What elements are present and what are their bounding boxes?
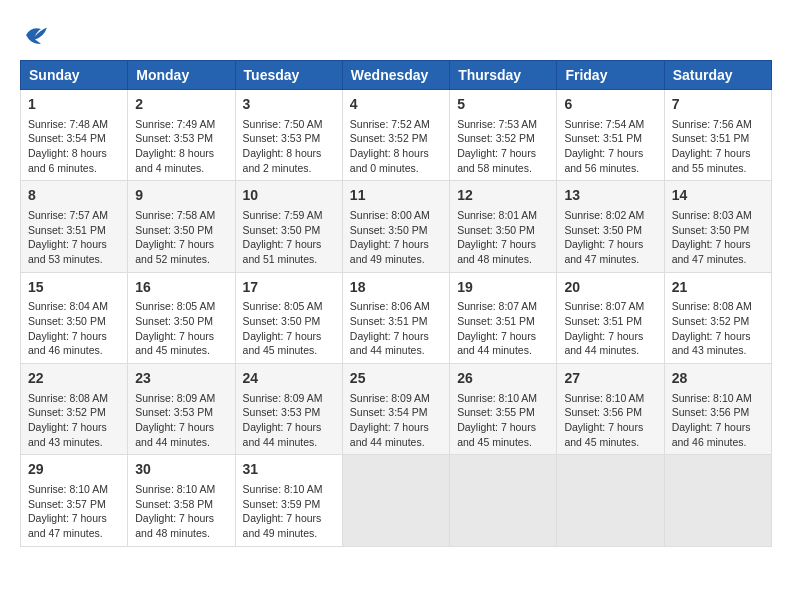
sunrise-text: Sunrise: 8:10 AM [243,483,323,495]
calendar-cell: 14 Sunrise: 8:03 AM Sunset: 3:50 PM Dayl… [664,181,771,272]
sunrise-text: Sunrise: 8:09 AM [135,392,215,404]
calendar-cell: 13 Sunrise: 8:02 AM Sunset: 3:50 PM Dayl… [557,181,664,272]
day-number: 19 [457,278,549,298]
sunrise-text: Sunrise: 8:06 AM [350,300,430,312]
daylight-text: Daylight: 8 hours and 0 minutes. [350,147,429,174]
calendar-cell: 5 Sunrise: 7:53 AM Sunset: 3:52 PM Dayli… [450,90,557,181]
calendar-cell: 24 Sunrise: 8:09 AM Sunset: 3:53 PM Dayl… [235,364,342,455]
daylight-text: Daylight: 7 hours and 48 minutes. [457,238,536,265]
day-number: 14 [672,186,764,206]
calendar-cell: 31 Sunrise: 8:10 AM Sunset: 3:59 PM Dayl… [235,455,342,546]
page-header [20,20,772,50]
daylight-text: Daylight: 7 hours and 44 minutes. [243,421,322,448]
sunrise-text: Sunrise: 8:10 AM [28,483,108,495]
daylight-text: Daylight: 7 hours and 58 minutes. [457,147,536,174]
calendar-cell [557,455,664,546]
sunset-text: Sunset: 3:52 PM [28,406,106,418]
sunset-text: Sunset: 3:56 PM [564,406,642,418]
calendar-cell: 23 Sunrise: 8:09 AM Sunset: 3:53 PM Dayl… [128,364,235,455]
sunset-text: Sunset: 3:59 PM [243,498,321,510]
calendar-cell: 22 Sunrise: 8:08 AM Sunset: 3:52 PM Dayl… [21,364,128,455]
calendar-cell: 17 Sunrise: 8:05 AM Sunset: 3:50 PM Dayl… [235,272,342,363]
day-number: 13 [564,186,656,206]
calendar-cell: 28 Sunrise: 8:10 AM Sunset: 3:56 PM Dayl… [664,364,771,455]
sunset-text: Sunset: 3:51 PM [457,315,535,327]
sunrise-text: Sunrise: 8:01 AM [457,209,537,221]
calendar-cell: 10 Sunrise: 7:59 AM Sunset: 3:50 PM Dayl… [235,181,342,272]
day-number: 27 [564,369,656,389]
day-number: 9 [135,186,227,206]
calendar-cell: 9 Sunrise: 7:58 AM Sunset: 3:50 PM Dayli… [128,181,235,272]
sunrise-text: Sunrise: 8:07 AM [457,300,537,312]
calendar-cell [342,455,449,546]
day-number: 15 [28,278,120,298]
daylight-text: Daylight: 7 hours and 45 minutes. [564,421,643,448]
daylight-text: Daylight: 7 hours and 56 minutes. [564,147,643,174]
day-number: 28 [672,369,764,389]
daylight-text: Daylight: 7 hours and 47 minutes. [672,238,751,265]
day-number: 5 [457,95,549,115]
day-number: 6 [564,95,656,115]
sunset-text: Sunset: 3:53 PM [243,132,321,144]
calendar-header-row: SundayMondayTuesdayWednesdayThursdayFrid… [21,61,772,90]
column-header-friday: Friday [557,61,664,90]
daylight-text: Daylight: 7 hours and 47 minutes. [564,238,643,265]
daylight-text: Daylight: 7 hours and 46 minutes. [672,421,751,448]
sunset-text: Sunset: 3:51 PM [564,315,642,327]
sunset-text: Sunset: 3:50 PM [28,315,106,327]
daylight-text: Daylight: 7 hours and 49 minutes. [350,238,429,265]
daylight-text: Daylight: 7 hours and 53 minutes. [28,238,107,265]
column-header-tuesday: Tuesday [235,61,342,90]
day-number: 16 [135,278,227,298]
sunrise-text: Sunrise: 7:56 AM [672,118,752,130]
sunset-text: Sunset: 3:58 PM [135,498,213,510]
sunrise-text: Sunrise: 7:54 AM [564,118,644,130]
sunrise-text: Sunrise: 8:09 AM [243,392,323,404]
sunset-text: Sunset: 3:50 PM [672,224,750,236]
day-number: 21 [672,278,764,298]
calendar-cell [664,455,771,546]
daylight-text: Daylight: 7 hours and 48 minutes. [135,512,214,539]
sunrise-text: Sunrise: 8:10 AM [135,483,215,495]
column-header-wednesday: Wednesday [342,61,449,90]
day-number: 29 [28,460,120,480]
sunrise-text: Sunrise: 8:10 AM [564,392,644,404]
sunset-text: Sunset: 3:51 PM [672,132,750,144]
sunrise-text: Sunrise: 8:10 AM [672,392,752,404]
calendar-cell [450,455,557,546]
column-header-monday: Monday [128,61,235,90]
sunset-text: Sunset: 3:50 PM [564,224,642,236]
calendar-week-row: 22 Sunrise: 8:08 AM Sunset: 3:52 PM Dayl… [21,364,772,455]
daylight-text: Daylight: 7 hours and 47 minutes. [28,512,107,539]
calendar-cell: 1 Sunrise: 7:48 AM Sunset: 3:54 PM Dayli… [21,90,128,181]
day-number: 24 [243,369,335,389]
sunrise-text: Sunrise: 8:08 AM [28,392,108,404]
calendar-cell: 30 Sunrise: 8:10 AM Sunset: 3:58 PM Dayl… [128,455,235,546]
daylight-text: Daylight: 7 hours and 44 minutes. [350,330,429,357]
sunrise-text: Sunrise: 8:10 AM [457,392,537,404]
sunrise-text: Sunrise: 8:09 AM [350,392,430,404]
daylight-text: Daylight: 8 hours and 2 minutes. [243,147,322,174]
daylight-text: Daylight: 7 hours and 44 minutes. [457,330,536,357]
sunset-text: Sunset: 3:52 PM [350,132,428,144]
calendar-week-row: 8 Sunrise: 7:57 AM Sunset: 3:51 PM Dayli… [21,181,772,272]
column-header-sunday: Sunday [21,61,128,90]
calendar-cell: 29 Sunrise: 8:10 AM Sunset: 3:57 PM Dayl… [21,455,128,546]
daylight-text: Daylight: 7 hours and 44 minutes. [350,421,429,448]
logo [20,20,54,50]
sunrise-text: Sunrise: 8:00 AM [350,209,430,221]
sunset-text: Sunset: 3:52 PM [672,315,750,327]
daylight-text: Daylight: 7 hours and 43 minutes. [672,330,751,357]
day-number: 31 [243,460,335,480]
sunrise-text: Sunrise: 8:03 AM [672,209,752,221]
daylight-text: Daylight: 7 hours and 52 minutes. [135,238,214,265]
calendar-cell: 19 Sunrise: 8:07 AM Sunset: 3:51 PM Dayl… [450,272,557,363]
sunrise-text: Sunrise: 8:05 AM [135,300,215,312]
calendar-cell: 20 Sunrise: 8:07 AM Sunset: 3:51 PM Dayl… [557,272,664,363]
sunset-text: Sunset: 3:56 PM [672,406,750,418]
sunset-text: Sunset: 3:55 PM [457,406,535,418]
calendar-cell: 15 Sunrise: 8:04 AM Sunset: 3:50 PM Dayl… [21,272,128,363]
calendar-cell: 6 Sunrise: 7:54 AM Sunset: 3:51 PM Dayli… [557,90,664,181]
daylight-text: Daylight: 8 hours and 6 minutes. [28,147,107,174]
sunset-text: Sunset: 3:53 PM [243,406,321,418]
